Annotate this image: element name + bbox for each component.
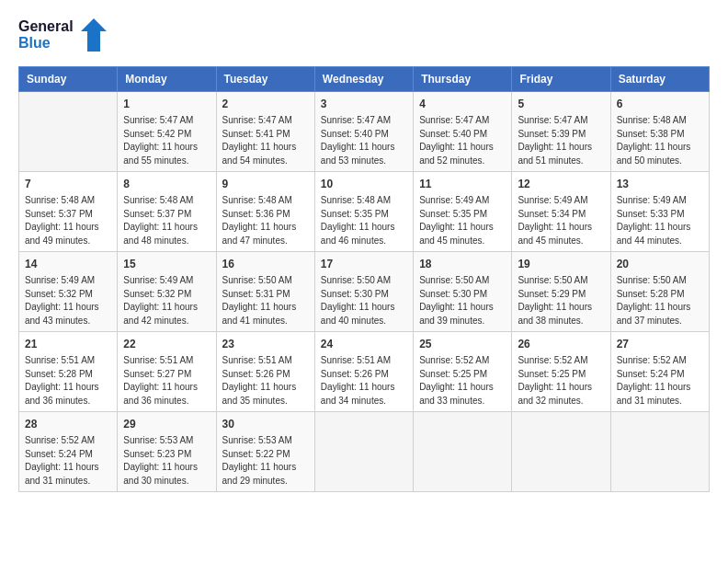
calendar-cell: 7Sunrise: 5:48 AMSunset: 5:37 PMDaylight… xyxy=(19,172,118,252)
calendar-cell: 25Sunrise: 5:52 AMSunset: 5:25 PMDayligh… xyxy=(414,332,512,412)
day-info: Sunrise: 5:48 AMSunset: 5:37 PMDaylight:… xyxy=(25,194,111,247)
day-number: 16 xyxy=(222,256,309,272)
calendar-cell xyxy=(610,412,709,492)
day-info: Sunrise: 5:51 AMSunset: 5:26 PMDaylight:… xyxy=(321,354,407,408)
calendar-cell: 8Sunrise: 5:48 AMSunset: 5:37 PMDaylight… xyxy=(118,172,216,252)
calendar-week-1: 1Sunrise: 5:47 AMSunset: 5:42 PMDaylight… xyxy=(19,92,710,172)
svg-marker-0 xyxy=(81,18,107,52)
calendar-cell: 14Sunrise: 5:49 AMSunset: 5:32 PMDayligh… xyxy=(19,252,118,332)
day-number: 22 xyxy=(123,336,210,352)
day-info: Sunrise: 5:47 AMSunset: 5:39 PMDaylight:… xyxy=(518,114,604,167)
calendar-cell: 17Sunrise: 5:50 AMSunset: 5:30 PMDayligh… xyxy=(314,252,413,332)
calendar-cell: 1Sunrise: 5:47 AMSunset: 5:42 PMDaylight… xyxy=(118,92,216,172)
calendar-week-3: 14Sunrise: 5:49 AMSunset: 5:32 PMDayligh… xyxy=(19,252,710,332)
day-number: 1 xyxy=(123,96,210,112)
day-number: 19 xyxy=(518,256,604,272)
day-info: Sunrise: 5:48 AMSunset: 5:35 PMDaylight:… xyxy=(321,194,407,247)
day-number: 13 xyxy=(617,176,703,192)
calendar-cell xyxy=(19,92,118,172)
day-number: 29 xyxy=(123,416,210,432)
calendar-week-5: 28Sunrise: 5:52 AMSunset: 5:24 PMDayligh… xyxy=(19,412,710,492)
page-header: General Blue xyxy=(18,18,710,52)
day-info: Sunrise: 5:50 AMSunset: 5:30 PMDaylight:… xyxy=(321,274,407,327)
calendar-cell: 15Sunrise: 5:49 AMSunset: 5:32 PMDayligh… xyxy=(118,252,216,332)
header-cell-wednesday: Wednesday xyxy=(314,67,413,92)
calendar-cell: 2Sunrise: 5:47 AMSunset: 5:41 PMDaylight… xyxy=(216,92,314,172)
header-row: SundayMondayTuesdayWednesdayThursdayFrid… xyxy=(19,67,710,92)
calendar-cell: 19Sunrise: 5:50 AMSunset: 5:29 PMDayligh… xyxy=(512,252,610,332)
day-info: Sunrise: 5:51 AMSunset: 5:28 PMDaylight:… xyxy=(25,354,111,408)
calendar-cell: 5Sunrise: 5:47 AMSunset: 5:39 PMDaylight… xyxy=(512,92,610,172)
calendar-cell: 21Sunrise: 5:51 AMSunset: 5:28 PMDayligh… xyxy=(19,332,118,412)
calendar-header: SundayMondayTuesdayWednesdayThursdayFrid… xyxy=(19,67,710,92)
day-number: 15 xyxy=(123,256,210,272)
day-number: 6 xyxy=(617,96,703,112)
day-info: Sunrise: 5:52 AMSunset: 5:25 PMDaylight:… xyxy=(518,354,604,408)
day-number: 5 xyxy=(518,96,604,112)
calendar-week-2: 7Sunrise: 5:48 AMSunset: 5:37 PMDaylight… xyxy=(19,172,710,252)
day-number: 7 xyxy=(25,176,111,192)
calendar-cell xyxy=(512,412,610,492)
day-info: Sunrise: 5:52 AMSunset: 5:24 PMDaylight:… xyxy=(25,434,111,488)
header-cell-tuesday: Tuesday xyxy=(216,67,314,92)
day-info: Sunrise: 5:49 AMSunset: 5:34 PMDaylight:… xyxy=(518,194,604,247)
calendar-cell: 28Sunrise: 5:52 AMSunset: 5:24 PMDayligh… xyxy=(19,412,118,492)
calendar-cell: 13Sunrise: 5:49 AMSunset: 5:33 PMDayligh… xyxy=(610,172,709,252)
calendar-cell: 10Sunrise: 5:48 AMSunset: 5:35 PMDayligh… xyxy=(314,172,413,252)
calendar-cell: 11Sunrise: 5:49 AMSunset: 5:35 PMDayligh… xyxy=(414,172,512,252)
day-info: Sunrise: 5:52 AMSunset: 5:25 PMDaylight:… xyxy=(419,354,506,408)
day-info: Sunrise: 5:53 AMSunset: 5:23 PMDaylight:… xyxy=(123,434,210,488)
day-number: 21 xyxy=(25,336,111,352)
calendar-cell: 22Sunrise: 5:51 AMSunset: 5:27 PMDayligh… xyxy=(118,332,216,412)
day-info: Sunrise: 5:47 AMSunset: 5:41 PMDaylight:… xyxy=(222,114,309,167)
day-number: 14 xyxy=(25,256,111,272)
calendar-table: SundayMondayTuesdayWednesdayThursdayFrid… xyxy=(18,66,710,492)
calendar-cell: 29Sunrise: 5:53 AMSunset: 5:23 PMDayligh… xyxy=(118,412,216,492)
day-number: 4 xyxy=(419,96,506,112)
day-info: Sunrise: 5:49 AMSunset: 5:32 PMDaylight:… xyxy=(25,274,111,327)
header-cell-friday: Friday xyxy=(512,67,610,92)
calendar-cell: 27Sunrise: 5:52 AMSunset: 5:24 PMDayligh… xyxy=(610,332,709,412)
header-cell-saturday: Saturday xyxy=(610,67,709,92)
day-number: 17 xyxy=(321,256,407,272)
day-info: Sunrise: 5:48 AMSunset: 5:37 PMDaylight:… xyxy=(123,194,210,247)
day-number: 3 xyxy=(321,96,407,112)
calendar-week-4: 21Sunrise: 5:51 AMSunset: 5:28 PMDayligh… xyxy=(19,332,710,412)
calendar-cell: 6Sunrise: 5:48 AMSunset: 5:38 PMDaylight… xyxy=(610,92,709,172)
calendar-cell: 9Sunrise: 5:48 AMSunset: 5:36 PMDaylight… xyxy=(216,172,314,252)
day-info: Sunrise: 5:48 AMSunset: 5:36 PMDaylight:… xyxy=(222,194,309,247)
day-info: Sunrise: 5:49 AMSunset: 5:33 PMDaylight:… xyxy=(617,194,703,247)
calendar-cell: 23Sunrise: 5:51 AMSunset: 5:26 PMDayligh… xyxy=(216,332,314,412)
day-info: Sunrise: 5:50 AMSunset: 5:28 PMDaylight:… xyxy=(617,274,703,327)
day-number: 26 xyxy=(518,336,604,352)
header-cell-sunday: Sunday xyxy=(19,67,118,92)
day-number: 8 xyxy=(123,176,210,192)
day-info: Sunrise: 5:48 AMSunset: 5:38 PMDaylight:… xyxy=(617,114,703,167)
day-info: Sunrise: 5:49 AMSunset: 5:35 PMDaylight:… xyxy=(419,194,506,247)
logo: General Blue xyxy=(18,18,107,52)
day-number: 2 xyxy=(222,96,309,112)
day-info: Sunrise: 5:51 AMSunset: 5:27 PMDaylight:… xyxy=(123,354,210,408)
header-cell-monday: Monday xyxy=(118,67,216,92)
day-info: Sunrise: 5:50 AMSunset: 5:30 PMDaylight:… xyxy=(419,274,506,327)
calendar-cell xyxy=(414,412,512,492)
calendar-cell xyxy=(314,412,413,492)
calendar-cell: 16Sunrise: 5:50 AMSunset: 5:31 PMDayligh… xyxy=(216,252,314,332)
day-number: 12 xyxy=(518,176,604,192)
day-number: 28 xyxy=(25,416,111,432)
day-number: 11 xyxy=(419,176,506,192)
day-number: 18 xyxy=(419,256,506,272)
day-number: 23 xyxy=(222,336,309,352)
calendar-cell: 20Sunrise: 5:50 AMSunset: 5:28 PMDayligh… xyxy=(610,252,709,332)
day-number: 25 xyxy=(419,336,506,352)
day-info: Sunrise: 5:47 AMSunset: 5:40 PMDaylight:… xyxy=(419,114,506,167)
day-number: 20 xyxy=(617,256,703,272)
calendar-cell: 24Sunrise: 5:51 AMSunset: 5:26 PMDayligh… xyxy=(314,332,413,412)
day-info: Sunrise: 5:47 AMSunset: 5:42 PMDaylight:… xyxy=(123,114,210,167)
day-info: Sunrise: 5:51 AMSunset: 5:26 PMDaylight:… xyxy=(222,354,309,408)
day-info: Sunrise: 5:53 AMSunset: 5:22 PMDaylight:… xyxy=(222,434,309,488)
day-info: Sunrise: 5:50 AMSunset: 5:29 PMDaylight:… xyxy=(518,274,604,327)
day-info: Sunrise: 5:50 AMSunset: 5:31 PMDaylight:… xyxy=(222,274,309,327)
calendar-cell: 12Sunrise: 5:49 AMSunset: 5:34 PMDayligh… xyxy=(512,172,610,252)
day-number: 24 xyxy=(321,336,407,352)
